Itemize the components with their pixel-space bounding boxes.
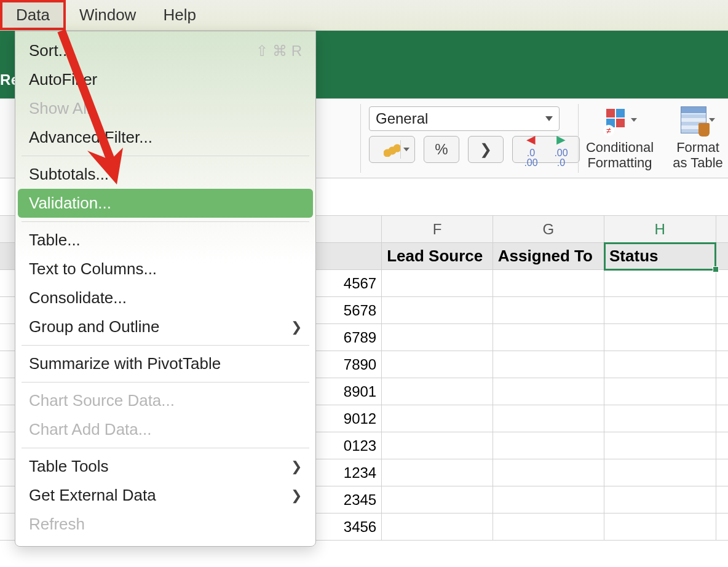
cell[interactable] <box>382 378 493 405</box>
menu-separator <box>22 221 309 222</box>
cell[interactable] <box>493 486 604 513</box>
cell[interactable] <box>382 270 493 297</box>
cell[interactable] <box>604 270 716 297</box>
ribbon-label: as Table <box>661 155 728 170</box>
cell[interactable] <box>382 405 493 432</box>
cell[interactable] <box>604 297 716 324</box>
cell[interactable] <box>382 459 493 486</box>
decimals-group: ◄ .0 .00 ► .00 .0 <box>512 136 580 163</box>
brush-icon <box>698 123 710 137</box>
decrease-decimal-button[interactable]: ► .00 .0 <box>548 131 574 168</box>
cell[interactable] <box>493 513 604 541</box>
cell[interactable] <box>382 324 493 351</box>
menu-chart-add: Chart Add Data... <box>15 415 315 444</box>
ribbon-label: Format <box>661 140 728 155</box>
menu-summarize-pivot[interactable]: Summarize with PivotTable <box>15 349 315 378</box>
header-status[interactable]: Status <box>604 243 716 270</box>
cell[interactable] <box>493 378 604 405</box>
toolbar-separator <box>360 104 361 173</box>
table-icon <box>681 106 706 133</box>
header-lead-source[interactable]: Lead Source <box>382 243 493 270</box>
menu-separator <box>22 156 309 156</box>
menu-chart-source: Chart Source Data... <box>15 386 315 415</box>
cell[interactable] <box>493 297 604 324</box>
cell[interactable] <box>382 351 493 378</box>
menu-window[interactable]: Window <box>66 0 149 30</box>
cell[interactable]: 8901 <box>311 378 381 405</box>
menu-table-tools[interactable]: Table Tools ❯ <box>15 452 315 481</box>
cell[interactable]: 9012 <box>311 405 381 432</box>
chevron-right-icon: ❯ <box>291 319 302 335</box>
chevron-down-icon <box>403 148 410 151</box>
comma-style-button[interactable]: ❯ <box>468 136 504 163</box>
toolbar-separator <box>578 104 579 173</box>
currency-button[interactable] <box>369 136 415 163</box>
percent-button[interactable]: % <box>424 136 459 163</box>
cell[interactable]: 0123 <box>311 432 381 459</box>
increase-decimal-button[interactable]: ◄ .0 .00 <box>518 131 544 168</box>
cell[interactable]: 2345 <box>311 486 381 513</box>
data-menu-dropdown: Sort... ⇧ ⌘ R AutoFilter Show All Advanc… <box>15 31 316 547</box>
header-assigned-to[interactable]: Assigned To <box>493 243 604 270</box>
number-format-label: General <box>376 110 428 127</box>
cell[interactable]: 1234 <box>311 459 381 486</box>
number-buttons-row: % ❯ ◄ .0 .00 ► .00 .0 <box>369 136 580 163</box>
menu-refresh: Refresh <box>15 510 315 539</box>
ribbon-label: Conditional <box>583 140 657 155</box>
menu-help[interactable]: Help <box>149 0 209 30</box>
col-header-h[interactable]: H <box>604 216 716 243</box>
ribbon-label: Formatting <box>583 155 657 170</box>
cell[interactable] <box>493 351 604 378</box>
format-as-table-button[interactable]: Format as Table <box>661 103 728 171</box>
menu-subtotals[interactable]: Subtotals... <box>15 160 315 189</box>
cell[interactable] <box>382 432 493 459</box>
menu-autofilter[interactable]: AutoFilter <box>15 65 315 94</box>
menu-separator <box>22 448 309 448</box>
cell[interactable] <box>382 513 493 541</box>
chevron-down-icon <box>631 118 637 122</box>
chevron-right-icon: ❯ <box>291 488 302 504</box>
coins-icon <box>384 142 401 157</box>
menu-group-outline[interactable]: Group and Outline ❯ <box>15 312 315 341</box>
menu-validation[interactable]: Validation... <box>18 189 313 218</box>
cell[interactable] <box>493 324 604 351</box>
cell[interactable]: 5678 <box>311 297 381 324</box>
cell[interactable]: 6789 <box>311 324 381 351</box>
cell[interactable] <box>493 405 604 432</box>
cell[interactable] <box>604 459 716 486</box>
cell[interactable] <box>604 486 716 513</box>
cell[interactable] <box>382 486 493 513</box>
menu-separator <box>22 345 309 346</box>
cell[interactable] <box>493 459 604 486</box>
menu-separator <box>22 382 309 383</box>
shortcut-label: ⇧ ⌘ R <box>256 42 302 60</box>
chevron-right-icon: ❯ <box>291 459 302 475</box>
menu-advanced-filter[interactable]: Advanced Filter... <box>15 123 315 152</box>
cell[interactable] <box>493 270 604 297</box>
cell[interactable] <box>604 378 716 405</box>
cell[interactable]: 4567 <box>311 270 381 297</box>
menu-get-external-data[interactable]: Get External Data ❯ <box>15 481 315 510</box>
menu-sort[interactable]: Sort... ⇧ ⌘ R <box>15 36 315 65</box>
cell[interactable] <box>604 513 716 541</box>
menu-text-to-columns[interactable]: Text to Columns... <box>15 255 315 284</box>
menu-table[interactable]: Table... <box>15 226 315 255</box>
cell[interactable]: 3456 <box>311 513 381 541</box>
chevron-down-icon <box>709 118 715 122</box>
cell[interactable] <box>493 432 604 459</box>
cell[interactable] <box>604 405 716 432</box>
number-format-dropdown[interactable]: General <box>369 106 560 131</box>
cell[interactable] <box>604 351 716 378</box>
cell[interactable] <box>604 324 716 351</box>
menu-data[interactable]: Data <box>0 0 66 30</box>
cell[interactable] <box>382 297 493 324</box>
menu-bar: Data Window Help <box>0 0 728 31</box>
col-header-f[interactable]: F <box>382 216 493 243</box>
cell[interactable]: 7890 <box>311 351 381 378</box>
col-header-g[interactable]: G <box>493 216 604 243</box>
dropdown-arrow-icon <box>545 116 553 121</box>
conditional-formatting-icon: ≠ <box>603 106 628 133</box>
menu-consolidate[interactable]: Consolidate... <box>15 284 315 312</box>
conditional-formatting-button[interactable]: ≠ Conditional Formatting <box>583 103 657 171</box>
cell[interactable] <box>604 432 716 459</box>
